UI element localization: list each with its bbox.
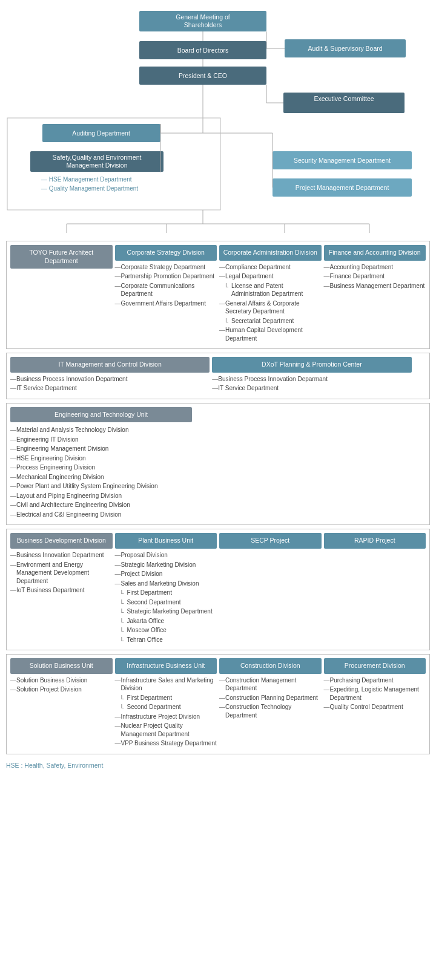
list-item-sub: Second Department xyxy=(115,598,217,607)
construction-list: Construction Management Department Const… xyxy=(219,676,322,720)
list-item-sub: License and Patent Administration Depart… xyxy=(219,282,322,298)
list-item: HSE Engineering Division xyxy=(10,454,426,463)
col-toyo: TOYO Future Architect Department xyxy=(10,245,113,271)
list-item: Sales and Marketing Division xyxy=(115,580,217,588)
svg-text:Audit & Supervisory Board: Audit & Supervisory Board xyxy=(308,45,382,52)
list-item: Business Innovation Department xyxy=(10,551,113,560)
list-item-sub: Moscow Office xyxy=(115,626,217,635)
section-it: IT Management and Control Division Busin… xyxy=(6,353,430,399)
business-cols: Business Development Division Business I… xyxy=(10,533,426,645)
svg-text:— Quality Management Departmen: — Quality Management Department xyxy=(41,185,138,192)
list-item: Strategic Marketing Division xyxy=(115,561,217,569)
list-item: Legal Department xyxy=(219,272,322,281)
corp-admin-header: Corporate Administration Division xyxy=(219,245,322,261)
list-item: Project Division xyxy=(115,570,217,578)
list-item: IT Service Department xyxy=(10,384,210,393)
corporate-cols: TOYO Future Architect Department Corpora… xyxy=(10,245,426,344)
list-item-sub: Jakarta Office xyxy=(115,617,217,626)
engineering-list: Material and Analysis Technology Divisio… xyxy=(10,426,426,518)
svg-text:Shareholders: Shareholders xyxy=(184,21,222,28)
list-item: Engineering Management Division xyxy=(10,445,426,453)
solution-cols: Solution Business Unit Solution Business… xyxy=(10,658,426,749)
list-item: IoT Business Department xyxy=(10,586,113,595)
col-corp-strategy: Corporate Strategy Division Corporate St… xyxy=(115,245,217,309)
list-item: Government Affairs Department xyxy=(115,299,217,308)
col-biz-dev: Business Development Division Business I… xyxy=(10,533,113,595)
list-item: Business Process Innovation Department xyxy=(10,375,210,384)
dxot-list: Business Process Innovation Deparmant IT… xyxy=(212,375,411,393)
toyo-header: TOYO Future Architect Department xyxy=(10,245,113,269)
list-item: Human Capital Development Department xyxy=(219,326,322,342)
plant-list: Proposal Division Strategic Marketing Di… xyxy=(115,551,217,644)
list-item: Power Plant and Utitlity System Engineer… xyxy=(10,482,426,491)
plant-header: Plant Business Unit xyxy=(115,533,217,549)
top-hierarchy-svg: General Meeting of Shareholders Audit & … xyxy=(6,6,430,236)
list-item: Construction Planning Department xyxy=(219,694,322,702)
list-item: VPP Business Strategy Department xyxy=(115,739,217,748)
list-item: Purchasing Department xyxy=(324,676,426,685)
col-solution: Solution Business Unit Solution Business… xyxy=(10,658,113,695)
list-item: Expediting, Logistic Management Departme… xyxy=(324,685,426,702)
list-item-sub: Strategic Marketing Department xyxy=(115,607,217,616)
list-item: Partnership Promotion Department xyxy=(115,272,217,281)
list-item: Infrastructure Project Division xyxy=(115,713,217,721)
section-solution: Solution Business Unit Solution Business… xyxy=(6,654,430,754)
col-procurement: Procurement Division Purchasing Departme… xyxy=(324,658,426,713)
list-item: Environment and Energy Management Develo… xyxy=(10,561,113,586)
list-item: Civil and Architecture Engineering Divis… xyxy=(10,501,426,509)
list-item: Infrastructure Sales and Marketing Divis… xyxy=(115,676,217,693)
list-item: Nuclear Project Quality Management Depar… xyxy=(115,722,217,738)
list-item: IT Service Department xyxy=(212,384,411,393)
section-corporate: TOYO Future Architect Department Corpora… xyxy=(6,241,430,349)
col-construction: Construction Division Construction Manag… xyxy=(219,658,322,720)
col-plant: Plant Business Unit Proposal Division St… xyxy=(115,533,217,645)
list-item: Construction Management Department xyxy=(219,676,322,693)
org-chart: General Meeting of Shareholders Audit & … xyxy=(6,6,430,769)
construction-header: Construction Division xyxy=(219,658,322,674)
solution-header: Solution Business Unit xyxy=(10,658,113,674)
svg-text:Board of Directors: Board of Directors xyxy=(177,47,229,54)
hse-note: HSE : Health, Safety, Environment xyxy=(6,762,430,769)
svg-text:President & CEO: President & CEO xyxy=(179,72,227,79)
list-item: Construction Technology Department xyxy=(219,703,322,719)
svg-text:Project Management Department: Project Management Department xyxy=(296,184,389,191)
svg-text:Executive Committee: Executive Committee xyxy=(314,95,374,102)
it-mgmt-list: Business Process Innovation Department I… xyxy=(10,375,210,393)
list-item: Material and Analysis Technology Divisio… xyxy=(10,426,426,434)
list-item: Solution Project Division xyxy=(10,685,113,694)
rapid-header: RAPID Project xyxy=(324,533,426,549)
list-item: Finance Department xyxy=(324,272,426,281)
list-item: Solution Business Division xyxy=(10,676,113,685)
list-item: Mechanical Engineering Division xyxy=(10,473,426,482)
procurement-header: Procurement Division xyxy=(324,658,426,674)
col-corp-admin: Corporate Administration Division Compli… xyxy=(219,245,322,344)
biz-dev-header: Business Development Division xyxy=(10,533,113,549)
list-item-sub: Tehran Office xyxy=(115,636,217,644)
list-item-sub: Secretariat Department xyxy=(219,317,322,325)
list-item: Quality Control Department xyxy=(324,703,426,711)
svg-text:Auditing Department: Auditing Department xyxy=(72,129,130,137)
col-dxot: DXoT Planning & Promotion Center Busines… xyxy=(212,357,411,394)
svg-text:Safety,Quality and Environment: Safety,Quality and Environment xyxy=(53,154,142,161)
list-item-sub: First Department xyxy=(115,589,217,597)
list-item-sub: Second Department xyxy=(115,703,217,711)
col-secp: SECP Project xyxy=(219,533,322,551)
col-rapid: RAPID Project xyxy=(324,533,426,551)
infra-header: Infrastructure Business Unit xyxy=(115,658,217,674)
list-item: Process Engineering Division xyxy=(10,463,426,472)
list-item: Accounting Department xyxy=(324,263,426,272)
list-item-sub: First Department xyxy=(115,694,217,702)
col-finance: Finance and Accounting Division Accounti… xyxy=(324,245,426,291)
corp-admin-list: Compliance Department Legal Department L… xyxy=(219,263,322,343)
section-engineering: Engineering and Technology Unit Material… xyxy=(6,403,430,526)
svg-text:Security Management Department: Security Management Department xyxy=(294,157,391,164)
list-item: Layout and Piping Engineering Division xyxy=(10,492,426,500)
list-item: Proposal Division xyxy=(115,551,217,560)
list-item: Corporate Communications Department xyxy=(115,282,217,298)
procurement-list: Purchasing Department Expediting, Logist… xyxy=(324,676,426,711)
dxot-header: DXoT Planning & Promotion Center xyxy=(212,357,411,373)
corp-strategy-header: Corporate Strategy Division xyxy=(115,245,217,261)
secp-header: SECP Project xyxy=(219,533,322,549)
svg-text:— HSE Management Department: — HSE Management Department xyxy=(41,176,132,183)
list-item: Corporate Strategy Department xyxy=(115,263,217,272)
